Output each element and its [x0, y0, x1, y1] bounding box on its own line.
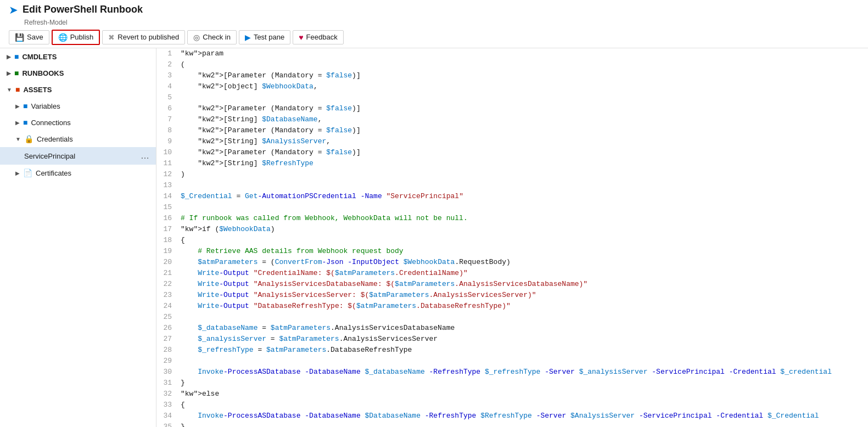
line-content: "kw2">[Parameter (Mandatory = $false)] — [178, 125, 868, 136]
line-content — [178, 202, 868, 213]
chevron-down-icon: ▼ — [7, 87, 12, 93]
line-number: 28 — [156, 345, 178, 356]
line-number: 24 — [156, 301, 178, 312]
sidebar-item-assets[interactable]: ▼ ■ ASSETS — [0, 81, 156, 98]
line-number: 21 — [156, 268, 178, 279]
line-content: "kw">else — [178, 389, 868, 400]
sidebar-item-cmdlets[interactable]: ▶ ■ CMDLETS — [0, 48, 156, 65]
table-row: 18{ — [156, 235, 868, 246]
table-row: 25 — [156, 312, 868, 323]
table-row: 32"kw">else — [156, 389, 868, 400]
title-row: ➤ Edit PowerShell Runbook — [9, 3, 859, 16]
table-row: 12) — [156, 169, 868, 180]
sidebar-item-certificates[interactable]: ▶ 📄 Certificates — [0, 165, 156, 181]
table-row: 2( — [156, 59, 868, 70]
line-content: $_Credential = Get-AutomationPSCredentia… — [178, 191, 868, 202]
sidebar: ▶ ■ CMDLETS ▶ ■ RUNBOOKS ▼ ■ ASSETS ▶ ■ … — [0, 48, 156, 427]
chevron-right-icon: ▶ — [15, 103, 20, 109]
line-number: 32 — [156, 389, 178, 400]
line-number: 31 — [156, 378, 178, 389]
more-options-icon[interactable]: … — [141, 151, 149, 161]
publish-button[interactable]: 🌐 Publish — [52, 30, 100, 45]
line-number: 29 — [156, 356, 178, 367]
table-row: 5 — [156, 92, 868, 103]
line-number: 27 — [156, 334, 178, 345]
variables-icon: ■ — [23, 102, 27, 110]
table-row: 21 Write-Output "CredentialName: $($atmP… — [156, 268, 868, 279]
feedback-icon: ♥ — [299, 33, 303, 42]
table-row: 4 "kw2">[object] $WebhookData, — [156, 81, 868, 92]
sidebar-item-variables[interactable]: ▶ ■ Variables — [0, 98, 156, 114]
checkin-button[interactable]: ◎ Check in — [187, 30, 237, 44]
revert-icon: ✖ — [108, 33, 115, 42]
variables-label: Variables — [31, 102, 60, 110]
sidebar-item-serviceprincipal[interactable]: ServicePrincipal … — [0, 147, 156, 165]
table-row: 3 "kw2">[Parameter (Mandatory = $false)] — [156, 70, 868, 81]
table-row: 1"kw">param — [156, 48, 868, 59]
line-content: "kw2">[Parameter (Mandatory = $false)] — [178, 103, 868, 114]
table-row: 24 Write-Output "DatabaseRefreshType: $(… — [156, 301, 868, 312]
feedback-button[interactable]: ♥ Feedback — [293, 30, 343, 44]
line-content — [178, 312, 868, 323]
connections-label: Connections — [31, 119, 70, 127]
line-content: $_analysisServer = $atmParameters.Analys… — [178, 334, 868, 345]
table-row: 11 "kw2">[String] $RefreshType — [156, 158, 868, 169]
line-number: 22 — [156, 279, 178, 290]
table-row: 16# If runbook was called from Webhook, … — [156, 213, 868, 224]
line-number: 12 — [156, 169, 178, 180]
line-content: "kw">param — [178, 48, 868, 59]
line-content: Write-Output "AnalysisServicesServer: $(… — [178, 290, 868, 301]
table-row: 35} — [156, 422, 868, 427]
toolbar: 💾 Save 🌐 Publish ✖ Revert to published ◎… — [9, 30, 859, 45]
table-row: 6 "kw2">[Parameter (Mandatory = $false)] — [156, 103, 868, 114]
save-label: Save — [27, 33, 43, 41]
serviceprincipal-label: ServicePrincipal — [24, 152, 75, 160]
runbooks-label: RUNBOOKS — [22, 69, 64, 77]
publish-label: Publish — [70, 33, 94, 41]
line-number: 4 — [156, 81, 178, 92]
table-row: 8 "kw2">[Parameter (Mandatory = $false)] — [156, 125, 868, 136]
line-number: 9 — [156, 136, 178, 147]
line-number: 17 — [156, 224, 178, 235]
line-content: } — [178, 378, 868, 389]
line-content: # Retrieve AAS details from Webhook requ… — [178, 246, 868, 257]
line-content: Invoke-ProcessASDatabase -DatabaseName $… — [178, 367, 868, 378]
testpane-button[interactable]: ▶ Test pane — [239, 30, 290, 44]
chevron-right-icon: ▶ — [15, 170, 20, 176]
table-row: 19 # Retrieve AAS details from Webhook r… — [156, 246, 868, 257]
line-content: "kw2">[object] $WebhookData, — [178, 81, 868, 92]
line-content: "kw2">[String] $RefreshType — [178, 158, 868, 169]
line-number: 20 — [156, 257, 178, 268]
table-row: 23 Write-Output "AnalysisServicesServer:… — [156, 290, 868, 301]
line-number: 5 — [156, 92, 178, 103]
publish-icon: 🌐 — [58, 33, 68, 42]
cmdlets-icon: ■ — [14, 52, 19, 61]
line-content: "kw2">[String] $DatabaseName, — [178, 114, 868, 125]
sidebar-item-credentials[interactable]: ▼ 🔒 Credentials — [0, 131, 156, 147]
line-number: 30 — [156, 367, 178, 378]
revert-button[interactable]: ✖ Revert to published — [102, 30, 185, 44]
save-button[interactable]: 💾 Save — [9, 30, 49, 44]
line-content: "kw2">[String] $AnalysisServer, — [178, 136, 868, 147]
line-content: Write-Output "DatabaseRefreshType: $($at… — [178, 301, 868, 312]
chevron-right-icon: ▶ — [7, 70, 11, 76]
line-number: 1 — [156, 48, 178, 59]
line-content: Write-Output "CredentialName: $($atmPara… — [178, 268, 868, 279]
table-row: 13 — [156, 180, 868, 191]
line-number: 6 — [156, 103, 178, 114]
table-row: 33{ — [156, 400, 868, 411]
line-content: { — [178, 235, 868, 246]
assets-icon: ■ — [15, 85, 20, 94]
line-number: 8 — [156, 125, 178, 136]
line-content: { — [178, 400, 868, 411]
line-number: 3 — [156, 70, 178, 81]
line-number: 2 — [156, 59, 178, 70]
line-number: 26 — [156, 323, 178, 334]
code-editor[interactable]: 1"kw">param2(3 "kw2">[Parameter (Mandato… — [156, 48, 868, 427]
line-number: 11 — [156, 158, 178, 169]
sidebar-item-connections[interactable]: ▶ ■ Connections — [0, 114, 156, 131]
line-content: ( — [178, 59, 868, 70]
line-content: $_refreshType = $atmParameters.DatabaseR… — [178, 345, 868, 356]
sidebar-item-runbooks[interactable]: ▶ ■ RUNBOOKS — [0, 65, 156, 81]
table-row: 34 Invoke-ProcessASDatabase -DatabaseNam… — [156, 411, 868, 422]
